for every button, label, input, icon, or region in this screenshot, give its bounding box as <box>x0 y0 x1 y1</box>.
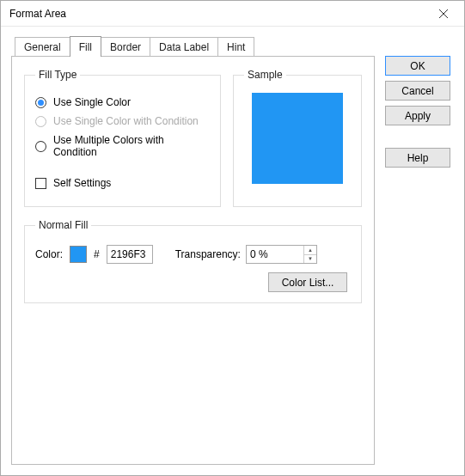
radio-multiple-cond[interactable] <box>35 141 46 152</box>
sample-group: Sample <box>233 69 362 207</box>
tab-data-label[interactable]: Data Label <box>150 37 218 56</box>
normal-fill-group: Normal Fill Color: # Transparency: ▲ <box>24 219 362 303</box>
transparency-input[interactable] <box>247 246 303 263</box>
radio-row-multiple-cond[interactable]: Use Multiple Colors with Condition <box>35 134 210 158</box>
window-title: Format Area <box>9 8 66 20</box>
spinner-up[interactable]: ▲ <box>304 246 316 255</box>
tab-bar: General Fill Border Data Label Hint <box>15 35 375 56</box>
radio-multiple-cond-label: Use Multiple Colors with Condition <box>53 134 210 158</box>
top-row: Fill Type Use Single Color Use Single Co… <box>24 69 362 219</box>
self-settings-row[interactable]: Self Settings <box>35 177 210 189</box>
hex-input[interactable] <box>107 245 153 264</box>
radio-single-cond <box>35 116 46 127</box>
transparency-spinner[interactable]: ▲ ▼ <box>246 245 317 264</box>
spinner-buttons: ▲ ▼ <box>303 246 316 263</box>
normal-fill-row: Color: # Transparency: ▲ ▼ <box>35 245 351 264</box>
transparency-label: Transparency: <box>175 248 241 260</box>
color-label: Color: <box>35 248 63 260</box>
self-settings-label: Self Settings <box>53 177 111 189</box>
sample-legend: Sample <box>244 69 286 81</box>
tab-hint[interactable]: Hint <box>217 37 254 56</box>
apply-button[interactable]: Apply <box>385 106 450 125</box>
main-area: General Fill Border Data Label Hint Fill… <box>11 35 375 465</box>
tab-fill[interactable]: Fill <box>70 36 101 57</box>
fill-type-group: Fill Type Use Single Color Use Single Co… <box>24 69 221 207</box>
radio-row-single[interactable]: Use Single Color <box>35 96 210 108</box>
normal-fill-legend: Normal Fill <box>35 219 91 231</box>
self-settings-checkbox[interactable] <box>35 178 46 189</box>
tab-panel-fill: Fill Type Use Single Color Use Single Co… <box>11 56 375 465</box>
radio-single-cond-label: Use Single Color with Condition <box>53 115 199 127</box>
side-buttons: OK Cancel Apply Help <box>385 35 454 465</box>
ok-button[interactable]: OK <box>385 56 450 76</box>
help-button[interactable]: Help <box>385 148 450 168</box>
color-swatch[interactable] <box>70 246 87 263</box>
dialog-body: General Fill Border Data Label Hint Fill… <box>1 27 464 475</box>
cancel-button[interactable]: Cancel <box>385 81 450 101</box>
dialog-window: Format Area General Fill Border Data Lab… <box>0 0 465 476</box>
radio-row-single-cond: Use Single Color with Condition <box>35 115 210 127</box>
fill-type-legend: Fill Type <box>35 69 80 81</box>
transparency-wrap: Transparency: ▲ ▼ <box>175 245 317 264</box>
close-button[interactable] <box>426 2 461 26</box>
sample-swatch <box>252 93 343 184</box>
spinner-down[interactable]: ▼ <box>304 255 316 264</box>
close-icon <box>439 9 448 18</box>
color-list-button[interactable]: Color List... <box>268 272 347 292</box>
radio-single-label: Use Single Color <box>53 96 131 108</box>
titlebar: Format Area <box>1 1 464 27</box>
hash-label: # <box>94 248 100 260</box>
tab-border[interactable]: Border <box>101 37 150 56</box>
tab-general[interactable]: General <box>15 37 70 56</box>
radio-single[interactable] <box>35 97 46 108</box>
color-list-row: Color List... <box>35 272 351 292</box>
